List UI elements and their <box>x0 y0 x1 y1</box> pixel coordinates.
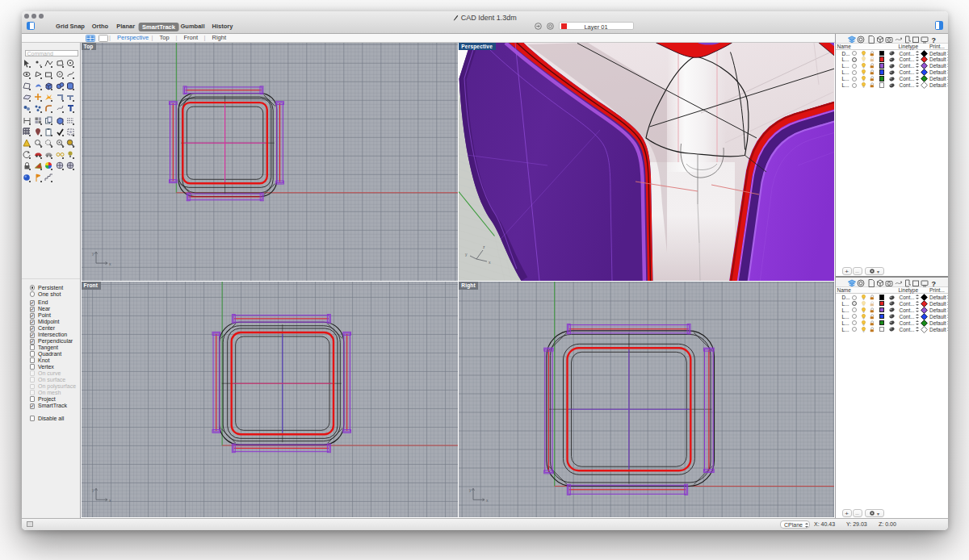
svg-text:x: x <box>109 261 111 266</box>
svg-text:x: x <box>109 498 111 503</box>
svg-text:y: y <box>92 251 94 256</box>
svg-text:?: ? <box>931 36 936 44</box>
svg-text:?: ? <box>931 279 936 287</box>
svg-text:y: y <box>92 487 94 492</box>
svg-text:x: x <box>486 498 489 503</box>
svg-text:y: y <box>469 487 472 492</box>
